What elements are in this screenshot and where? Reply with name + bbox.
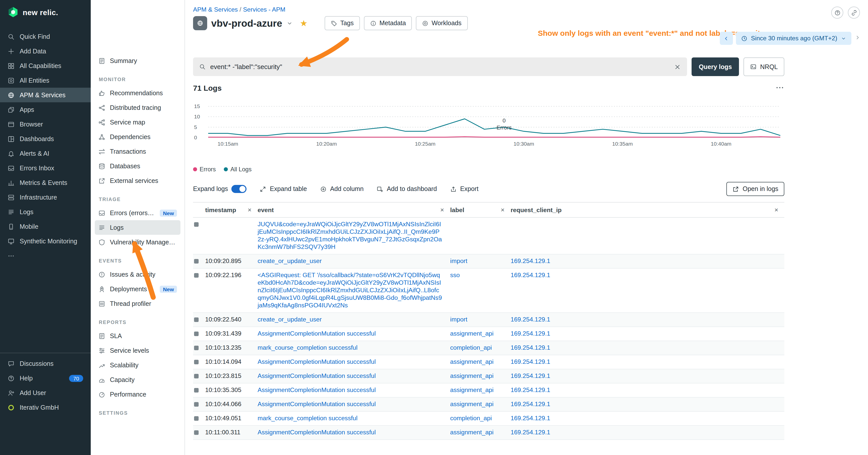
remove-column-icon[interactable]: × [775,206,778,213]
export-button[interactable]: Export [450,186,478,193]
sidebar-item-quick-find[interactable]: Quick Find [0,29,91,44]
log-ip-link[interactable]: 169.254.129.1 [510,271,550,279]
nrql-button[interactable]: NRQL [744,58,784,76]
log-ip-link[interactable]: 169.254.129.1 [510,429,550,436]
log-row[interactable]: 10:09:22.196<ASGIRequest: GET '/sso/call… [193,268,784,313]
legend-item-errors[interactable]: Errors [193,166,216,173]
subnav-item-deployments[interactable]: DeploymentsNew [95,282,181,296]
subnav-item-external-services[interactable]: External services [95,173,181,188]
row-select[interactable] [193,218,205,227]
log-ip-link[interactable]: 169.254.129.1 [510,344,550,351]
subnav-item-issues-activity[interactable]: Issues & activity [95,267,181,282]
sidebar-item-apm-services[interactable]: APM & Services [0,88,91,102]
breadcrumb-services-apm[interactable]: Services - APM [243,6,285,13]
log-ip-link[interactable]: 169.254.129.1 [510,258,550,264]
open-in-logs-button[interactable]: Open in logs [726,182,784,196]
log-label-link[interactable]: import [450,316,467,323]
row-select[interactable] [193,397,205,407]
sidebar-item-logs[interactable]: Logs [0,204,91,219]
log-event-link[interactable]: create_or_update_user [257,258,321,264]
sidebar-item-errors-inbox[interactable]: Errors Inbox [0,161,91,175]
log-row[interactable]: 10:09:22.540create_or_update_userimport1… [193,313,784,327]
sidebar-item-apps[interactable]: Apps [0,102,91,117]
legend-item-all-logs[interactable]: All Logs [224,166,251,173]
row-select[interactable] [193,426,205,435]
subnav-item-summary[interactable]: Summary [95,54,181,68]
subnav-item-performance[interactable]: Performance [95,387,181,401]
log-ip-link[interactable]: 169.254.129.1 [510,316,550,323]
log-label-link[interactable]: assignment_api [450,372,494,380]
log-row[interactable]: 10:10:49.051mark_course_completion succe… [193,412,784,426]
log-label-link[interactable]: assignment_api [450,400,494,408]
row-select[interactable] [193,355,205,364]
sidebar-item-infrastructure[interactable]: Infrastructure [0,190,91,204]
time-forward-button[interactable] [855,34,861,43]
log-ip-link[interactable]: 169.254.129.1 [510,330,550,337]
entity-chevron-down-icon[interactable] [286,20,293,27]
subnav-item-dependencies[interactable]: Dependencies [95,130,181,144]
log-label-link[interactable]: sso [450,271,460,279]
subnav-item-scalability[interactable]: Scalability [95,358,181,372]
remove-column-icon[interactable]: × [248,206,251,213]
sidebar-item-help[interactable]: Help70 [0,371,91,386]
log-row[interactable]: 10:10:35.305AssignmentCompletionMutation… [193,384,784,397]
sidebar-item-add-data[interactable]: Add Data [0,44,91,59]
breadcrumb-apm-services[interactable]: APM & Services [193,6,238,13]
log-row[interactable]: 10:10:14.094AssignmentCompletionMutation… [193,355,784,369]
log-event-link[interactable]: JUQVU&code=eyJraWQiOiJjcGltY29yZV8wOTl1M… [257,221,442,251]
remove-column-icon[interactable]: × [501,206,504,213]
log-row[interactable]: 10:09:31.439AssignmentCompletionMutation… [193,327,784,341]
subnav-item-capacity[interactable]: Capacity [95,372,181,387]
row-select[interactable] [193,327,205,336]
sidebar-item-synthetic-monitoring[interactable]: Synthetic Monitoring [0,234,91,249]
expand-table-button[interactable]: Expand table [260,186,307,193]
log-row[interactable]: 10:11:00.311AssignmentCompletionMutation… [193,426,784,440]
log-row[interactable]: 10:10:13.235mark_course_completion succe… [193,341,784,355]
log-event-link[interactable]: AssignmentCompletionMutation successful [257,429,376,436]
log-event-link[interactable]: mark_course_completion successful [257,344,358,351]
log-search-input[interactable]: event:* -"label":"security" [193,58,687,76]
tags-button[interactable]: Tags [324,16,360,30]
log-event-link[interactable]: AssignmentCompletionMutation successful [257,400,376,408]
row-select[interactable] [193,313,205,322]
subnav-item-logs[interactable]: Logs [95,220,181,235]
log-ip-link[interactable]: 169.254.129.1 [510,372,550,380]
log-label-link[interactable]: completion_api [450,344,492,351]
sidebar-item-add-user[interactable]: Add User [0,386,91,400]
log-label-link[interactable]: completion_api [450,415,492,422]
subnav-item-service-map[interactable]: Service map [95,115,181,130]
log-row[interactable]: 10:10:44.066AssignmentCompletionMutation… [193,397,784,412]
sidebar-item-iterativ-gmbh[interactable]: Iterativ GmbH [0,400,91,415]
sidebar-item-alerts-ai[interactable]: Alerts & AI [0,146,91,161]
row-select[interactable] [193,384,205,392]
workloads-button[interactable]: Workloads [416,16,467,30]
row-select[interactable] [193,341,205,350]
subnav-item-databases[interactable]: Databases [95,159,181,173]
subnav-item-transactions[interactable]: Transactions [95,144,181,159]
time-back-button[interactable] [720,32,733,45]
row-select[interactable] [193,255,205,263]
log-event-link[interactable]: AssignmentCompletionMutation successful [257,358,376,365]
subnav-item-recommendations[interactable]: Recommendations [95,86,181,100]
subnav-item-sla[interactable]: SLA [95,328,181,343]
favorite-star-icon[interactable]: ★ [300,19,308,28]
subnav-item-service-levels[interactable]: Service levels [95,343,181,358]
metadata-button[interactable]: Metadata [364,16,412,30]
log-event-link[interactable]: AssignmentCompletionMutation successful [257,330,376,337]
add-column-button[interactable]: Add column [320,186,364,193]
sidebar-item-all-capabilities[interactable]: All Capabilities [0,59,91,73]
row-select[interactable] [193,268,205,278]
more-options-icon[interactable] [775,83,784,92]
log-ip-link[interactable]: 169.254.129.1 [510,400,550,408]
remove-column-icon[interactable]: × [440,206,444,213]
subnav-item-errors-errors-inb[interactable]: Errors (errors inb...New [95,205,181,220]
log-ip-link[interactable]: 169.254.129.1 [510,415,550,422]
subnav-item-vulnerability-management[interactable]: Vulnerability Management [95,235,181,250]
expand-logs-toggle[interactable] [231,185,247,193]
row-select[interactable] [193,412,205,421]
log-event-link[interactable]: AssignmentCompletionMutation successful [257,387,376,393]
log-row[interactable]: 10:09:20.895create_or_update_userimport1… [193,255,784,268]
new-relic-logo[interactable]: new relic. [0,0,91,24]
log-event-link[interactable]: create_or_update_user [257,316,321,323]
log-event-link[interactable]: <ASGIRequest: GET '/sso/callback/?state=… [257,271,442,309]
